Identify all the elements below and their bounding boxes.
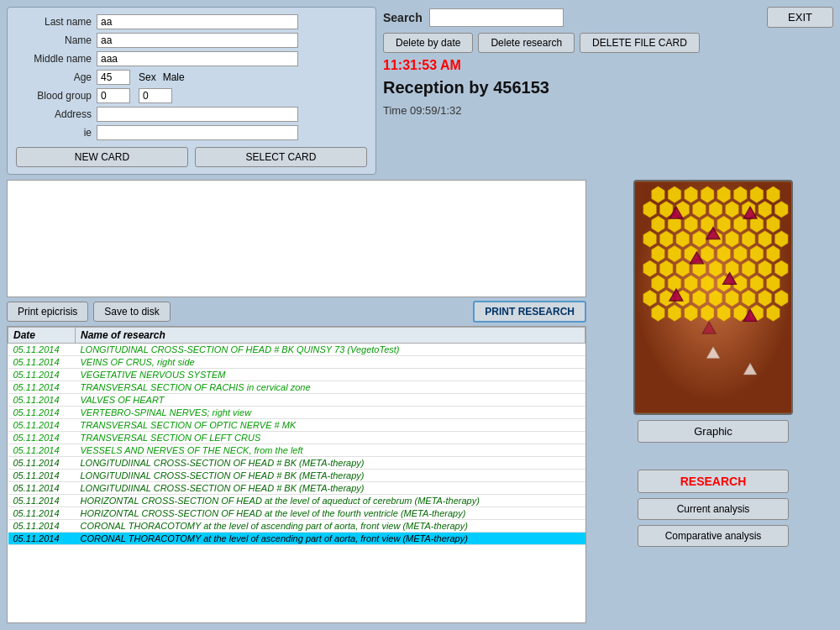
table-row[interactable]: 05.11.2014VERTEBRO-SPINAL NERVES; right … — [8, 407, 585, 419]
table-header-row: Date Name of research — [8, 328, 585, 344]
table-cell-name: HORIZONTAL CROSS-SECTION OF HEAD at the … — [76, 495, 585, 507]
table-cell-name: VERTEBRO-SPINAL NERVES; right view — [76, 407, 585, 419]
table-cell-date: 05.11.2014 — [8, 470, 76, 482]
col-date: Date — [8, 328, 76, 344]
search-label: Search — [383, 11, 423, 24]
exit-button[interactable]: EXIT — [767, 7, 833, 28]
table-row[interactable]: 05.11.2014TRANSVERSAL SECTION OF LEFT CR… — [8, 432, 585, 444]
table-cell-name: HORIZONTAL CROSS-SECTION OF HEAD at the … — [76, 507, 585, 520]
table-cell-date: 05.11.2014 — [8, 495, 76, 507]
table-row[interactable]: 05.11.2014LONGITUDIINAL CROSS-SECTION OF… — [8, 457, 585, 470]
table-row[interactable]: 05.11.2014VESSELS AND NERVES OF THE NECK… — [8, 444, 585, 457]
name-label: Name — [16, 34, 92, 46]
table-cell-name: VEGETATIVE NERVOUS SYSTEM — [76, 369, 585, 381]
table-row[interactable]: 05.11.2014TRANSVERSAL SECTION OF OPTIC N… — [8, 419, 585, 432]
research-table: Date Name of research 05.11.2014LONGITUD… — [8, 327, 585, 545]
save-to-disk-button[interactable]: Save to disk — [93, 302, 170, 322]
reception-text: Reception by 456153 — [383, 78, 833, 97]
table-cell-date: 05.11.2014 — [8, 407, 76, 419]
right-side-panel: Graphic RESEARCH Current analysis Compar… — [593, 180, 833, 623]
table-row[interactable]: 05.11.2014HORIZONTAL CROSS-SECTION OF HE… — [8, 507, 585, 520]
action-buttons-row: Delete by date Delete research DELETE FI… — [383, 33, 833, 53]
left-main-panel: Print epicrisis Save to disk PRINT RESEA… — [7, 180, 586, 623]
table-cell-name: LONGITUDINAL CROSS-SECTION OF HEAD # BK … — [76, 344, 585, 356]
age-sex-row: Age Sex Male — [16, 70, 367, 85]
col-name: Name of research — [76, 328, 585, 344]
comparative-analysis-button[interactable]: Comparative analysis — [638, 525, 789, 547]
last-name-input[interactable] — [97, 14, 298, 29]
table-cell-date: 05.11.2014 — [8, 344, 76, 356]
top-section: Last name Name Middle name Age Sex Male … — [7, 7, 833, 175]
address-row: Address — [16, 107, 367, 122]
table-cell-name: CORONAL THORACOTOMY at the level of asce… — [76, 533, 585, 545]
table-row[interactable]: 05.11.2014LONGITUDINAL CROSS-SECTION OF … — [8, 344, 585, 356]
delete-by-date-button[interactable]: Delete by date — [383, 33, 473, 53]
hex-svg-overlay — [635, 181, 791, 413]
table-cell-name: TRANSVERSAL SECTION OF OPTIC NERVE # MK — [76, 419, 585, 432]
new-card-button[interactable]: NEW CARD — [16, 147, 188, 167]
ie-input[interactable] — [97, 125, 298, 140]
delete-file-card-button[interactable]: DELETE FILE CARD — [580, 33, 700, 53]
table-row[interactable]: 05.11.2014CORONAL THORACOTOMY at the lev… — [8, 520, 585, 533]
ie-label: ie — [16, 127, 92, 139]
last-name-label: Last name — [16, 16, 92, 28]
table-cell-date: 05.11.2014 — [8, 432, 76, 444]
graphic-button[interactable]: Graphic — [638, 420, 789, 443]
age-label: Age — [16, 71, 92, 83]
time-display: 11:31:53 AM — [383, 58, 833, 73]
table-cell-name: CORONAL THORACOTOMY at the level of asce… — [76, 520, 585, 533]
table-row[interactable]: 05.11.2014VALVES OF HEART — [8, 394, 585, 407]
table-row[interactable]: 05.11.2014VEINS OF CRUS, right side — [8, 356, 585, 369]
sex-value: Male — [163, 71, 185, 83]
blood-group-input1[interactable] — [97, 88, 130, 103]
table-cell-name: LONGITUDIINAL CROSS-SECTION OF HEAD # BK… — [76, 470, 585, 482]
table-cell-date: 05.11.2014 — [8, 419, 76, 432]
table-row[interactable]: 05.11.2014VEGETATIVE NERVOUS SYSTEM — [8, 369, 585, 381]
blood-group-label: Blood group — [16, 90, 92, 102]
time-text: Time 09:59/1:32 — [383, 104, 833, 117]
table-cell-name: TRANSVERSAL SECTION OF RACHIS in cervica… — [76, 381, 585, 394]
sex-label: Sex — [139, 71, 156, 83]
table-cell-date: 05.11.2014 — [8, 457, 76, 470]
search-input[interactable] — [429, 8, 564, 27]
table-row[interactable]: 05.11.2014CORONAL THORACOTOMY at the lev… — [8, 533, 585, 545]
table-cell-date: 05.11.2014 — [8, 356, 76, 369]
table-cell-date: 05.11.2014 — [8, 520, 76, 533]
middle-name-row: Middle name — [16, 51, 367, 66]
select-card-button[interactable]: SELECT CARD — [195, 147, 367, 167]
print-epicrisis-button[interactable]: Print epicrisis — [7, 302, 88, 322]
table-row[interactable]: 05.11.2014LONGITUDIINAL CROSS-SECTION OF… — [8, 482, 585, 495]
name-row: Name — [16, 33, 367, 48]
current-analysis-button[interactable]: Current analysis — [638, 498, 789, 520]
name-input[interactable] — [97, 33, 298, 48]
table-row[interactable]: 05.11.2014TRANSVERSAL SECTION OF RACHIS … — [8, 381, 585, 394]
ie-row: ie — [16, 125, 367, 140]
search-exit-row: Search EXIT — [383, 7, 833, 28]
table-row[interactable]: 05.11.2014LONGITUDIINAL CROSS-SECTION OF… — [8, 470, 585, 482]
middle-name-label: Middle name — [16, 53, 92, 65]
research-table-container[interactable]: Date Name of research 05.11.2014LONGITUD… — [7, 326, 586, 623]
table-cell-date: 05.11.2014 — [8, 533, 76, 545]
print-research-button[interactable]: PRINT RESEARCH — [473, 301, 586, 323]
main-container: Last name Name Middle name Age Sex Male … — [0, 0, 840, 630]
address-input[interactable] — [97, 107, 298, 122]
research-tbody: 05.11.2014LONGITUDINAL CROSS-SECTION OF … — [8, 344, 585, 545]
table-cell-date: 05.11.2014 — [8, 369, 76, 381]
table-row[interactable]: 05.11.2014HORIZONTAL CROSS-SECTION OF HE… — [8, 495, 585, 507]
table-cell-date: 05.11.2014 — [8, 394, 76, 407]
table-cell-date: 05.11.2014 — [8, 381, 76, 394]
middle-section: Print epicrisis Save to disk PRINT RESEA… — [7, 180, 833, 623]
table-cell-name: VESSELS AND NERVES OF THE NECK, from the… — [76, 444, 585, 457]
address-label: Address — [16, 108, 92, 120]
table-cell-name: VALVES OF HEART — [76, 394, 585, 407]
blood-group-row: Blood group — [16, 88, 367, 103]
table-cell-name: LONGITUDIINAL CROSS-SECTION OF HEAD # BK… — [76, 457, 585, 470]
research-button[interactable]: RESEARCH — [638, 470, 789, 493]
blood-group-input2[interactable] — [139, 88, 172, 103]
card-buttons: NEW CARD SELECT CARD — [16, 147, 367, 167]
table-cell-date: 05.11.2014 — [8, 444, 76, 457]
middle-name-input[interactable] — [97, 51, 298, 66]
age-input[interactable] — [97, 70, 130, 85]
notes-textarea[interactable] — [7, 180, 586, 297]
delete-research-button[interactable]: Delete research — [478, 33, 575, 53]
